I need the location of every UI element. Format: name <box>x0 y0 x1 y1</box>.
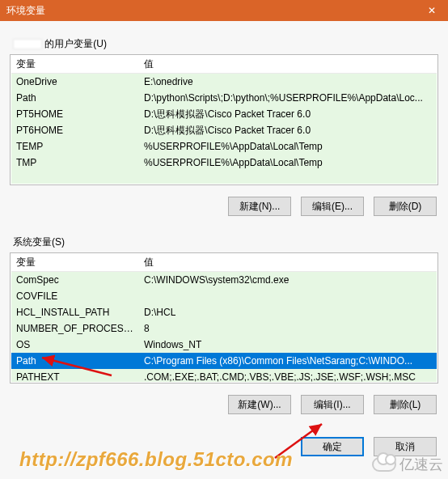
table-row[interactable]: NUMBER_OF_PROCESSORS8 <box>11 320 437 337</box>
cell-variable: PT5HOME <box>11 108 139 120</box>
table-row[interactable]: ComSpecC:\WINDOWS\system32\cmd.exe <box>11 272 437 288</box>
cell-variable: NUMBER_OF_PROCESSORS <box>11 323 139 334</box>
user-vars-label: 的用户变量(U) <box>13 37 438 51</box>
dialog-content: 的用户变量(U) 变量 值 OneDriveE:\onedrivePathD:\… <box>0 21 448 479</box>
user-delete-button[interactable]: 删除(D) <box>374 197 437 216</box>
cell-value: %USERPROFILE%\AppData\Local\Temp <box>139 157 437 168</box>
table-row[interactable]: PathC:\Program Files (x86)\Common Files\… <box>11 353 437 369</box>
col-value[interactable]: 值 <box>139 256 158 269</box>
system-new-button[interactable]: 新建(W)... <box>228 395 291 414</box>
user-edit-button[interactable]: 编辑(E)... <box>301 197 364 216</box>
cell-variable: Path <box>11 92 139 104</box>
table-row[interactable]: PathD:\python\Scripts\;D:\python\;%USERP… <box>11 90 437 106</box>
col-value[interactable]: 值 <box>139 57 158 71</box>
window-title: 环境变量 <box>6 4 416 18</box>
system-vars-label: 系统变量(S) <box>13 235 438 249</box>
cell-variable: PT6HOME <box>11 125 139 136</box>
ok-button[interactable]: 确定 <box>301 437 364 456</box>
cell-variable: PATHEXT <box>11 371 139 382</box>
table-row[interactable]: PT6HOMED:\思科模拟器\Cisco Packet Tracer 6.0 <box>11 122 437 138</box>
cell-value: D:\HCL <box>139 307 437 318</box>
col-variable[interactable]: 变量 <box>11 256 139 269</box>
table-row[interactable]: TMP%USERPROFILE%\AppData\Local\Temp <box>11 155 437 171</box>
system-delete-button[interactable]: 删除(L) <box>374 395 437 414</box>
table-row[interactable]: OSWindows_NT <box>11 337 437 353</box>
site-logo: 亿速云 <box>372 455 443 474</box>
table-row[interactable]: COVFILE <box>11 288 437 304</box>
table-row[interactable]: PT5HOMED:\思科模拟器\Cisco Packet Tracer 6.0 <box>11 106 437 122</box>
table-row[interactable]: PATHEXT.COM;.EXE;.BAT;.CMD;.VBS;.VBE;.JS… <box>11 369 437 382</box>
system-vars-header: 变量 值 <box>11 254 437 272</box>
user-new-button[interactable]: 新建(N)... <box>228 197 291 216</box>
cell-value: %USERPROFILE%\AppData\Local\Temp <box>139 141 437 152</box>
system-edit-button[interactable]: 编辑(I)... <box>301 395 364 414</box>
cell-value: C:\WINDOWS\system32\cmd.exe <box>139 274 437 286</box>
cell-value: 8 <box>139 323 437 334</box>
col-variable[interactable]: 变量 <box>11 57 139 71</box>
cell-variable: ComSpec <box>11 274 139 286</box>
cell-value: D:\思科模拟器\Cisco Packet Tracer 6.0 <box>139 124 437 138</box>
system-vars-listbox[interactable]: 变量 值 ComSpecC:\WINDOWS\system32\cmd.exeC… <box>10 252 438 384</box>
table-row[interactable]: HCL_INSTALL_PATHD:\HCL <box>11 304 437 320</box>
system-vars-buttons: 新建(W)... 编辑(I)... 删除(L) <box>10 395 437 414</box>
username-censored <box>13 39 42 49</box>
cell-variable: OneDrive <box>11 76 139 87</box>
cell-value: E:\onedrive <box>139 76 437 87</box>
cell-value: D:\思科模拟器\Cisco Packet Tracer 6.0 <box>139 108 437 121</box>
close-icon[interactable]: ✕ <box>416 0 448 21</box>
table-row[interactable]: OneDriveE:\onedrive <box>11 74 437 90</box>
user-vars-listbox[interactable]: 变量 值 OneDriveE:\onedrivePathD:\python\Sc… <box>10 54 438 185</box>
cell-variable: TMP <box>11 157 139 168</box>
cell-variable: OS <box>11 339 139 350</box>
cloud-icon <box>372 457 396 472</box>
user-vars-buttons: 新建(N)... 编辑(E)... 删除(D) <box>10 197 437 216</box>
table-row[interactable]: TEMP%USERPROFILE%\AppData\Local\Temp <box>11 138 437 155</box>
cell-variable: HCL_INSTALL_PATH <box>11 307 139 318</box>
user-vars-header: 变量 值 <box>11 56 437 74</box>
title-bar: 环境变量 ✕ <box>0 0 448 21</box>
cell-variable: COVFILE <box>11 290 139 302</box>
watermark-text: http://zpf666.blog.51cto.com <box>19 448 293 471</box>
cell-variable: Path <box>11 355 139 367</box>
cell-value: C:\Program Files (x86)\Common Files\NetS… <box>139 355 437 367</box>
cell-value: .COM;.EXE;.BAT;.CMD;.VBS;.VBE;.JS;.JSE;.… <box>139 371 437 382</box>
cell-variable: TEMP <box>11 141 139 152</box>
cell-value: Windows_NT <box>139 339 437 350</box>
cell-value: D:\python\Scripts\;D:\python\;%USERPROFI… <box>139 92 437 104</box>
